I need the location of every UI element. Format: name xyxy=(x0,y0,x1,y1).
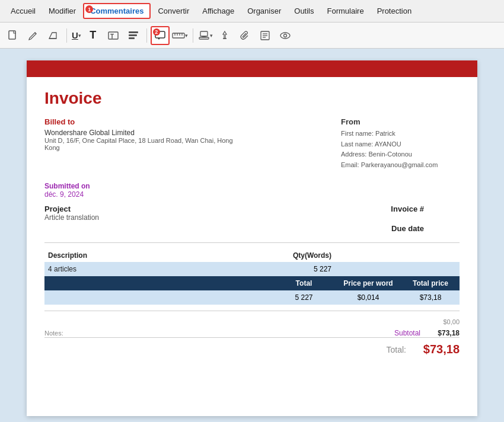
col-spacer2 xyxy=(401,249,460,262)
from-label: From xyxy=(341,117,460,126)
submitted-date: déc. 9, 2024 xyxy=(44,190,460,199)
svg-rect-16 xyxy=(202,36,206,37)
articles-empty1 xyxy=(335,262,401,276)
totals-total-price-label: Total price xyxy=(401,276,460,290)
toolbar-align-btn[interactable] xyxy=(124,26,143,45)
toolbar-attach-btn[interactable] xyxy=(235,26,254,45)
toolbar-eraser-btn[interactable] xyxy=(44,26,63,45)
subtotal-label: Subtotal xyxy=(394,329,420,337)
invoice-hash-label: Invoice # xyxy=(391,204,424,213)
svg-point-21 xyxy=(280,33,290,39)
invoice-body: Invoice Billed to Wondershare Global Lim… xyxy=(27,77,477,370)
document-area: Invoice Billed to Wondershare Global Lim… xyxy=(0,49,504,422)
toolbar-stamp-btn[interactable]: ▾ xyxy=(197,28,214,43)
total-value: $73,18 xyxy=(418,343,460,356)
toolbar-eye-btn[interactable] xyxy=(276,26,295,45)
articles-empty2 xyxy=(401,262,460,276)
project-label: Project xyxy=(44,204,99,213)
toolbar-file-btn[interactable] xyxy=(4,26,23,45)
total-label: Total: xyxy=(387,345,406,354)
submitted-section: Submitted on déc. 9, 2024 xyxy=(44,182,460,199)
menu-accueil[interactable]: Accueil xyxy=(5,4,42,18)
billed-to-label: Billed to xyxy=(44,117,246,126)
table-row-articles: 4 articles 5 227 xyxy=(44,262,460,276)
menu-organiser[interactable]: Organiser xyxy=(241,4,287,18)
table-divider-top xyxy=(44,242,460,243)
due-date-label: Due date xyxy=(391,224,424,233)
underline-dropdown-arrow: ▾ xyxy=(78,33,81,39)
total-row: Total: $73,18 xyxy=(44,337,460,359)
menu-bar: Accueil Modifier 1 Commentaires Converti… xyxy=(0,0,504,23)
zero-line: $0,00 xyxy=(44,317,460,327)
table-values-row: 5 227 $0,014 $73,18 xyxy=(44,290,460,305)
subtotal-section: Subtotal $73,18 xyxy=(394,329,460,337)
articles-qty: 5 227 xyxy=(273,262,335,276)
menu-protection[interactable]: Protection xyxy=(371,4,418,18)
menu-modifier[interactable]: Modifier xyxy=(43,4,82,18)
invoice-title: Invoice xyxy=(44,89,460,108)
toolbar-note-btn[interactable] xyxy=(256,26,275,45)
toolbar-sep-3 xyxy=(193,28,193,43)
invoice-top-section: Billed to Wondershare Global Limited Uni… xyxy=(44,117,460,170)
menu-convertir[interactable]: Convertir xyxy=(152,4,195,18)
menu-commentaires-label: Commentaires xyxy=(90,7,143,15)
toolbar-callout-btn[interactable]: 2 xyxy=(151,26,170,45)
billed-to-section: Billed to Wondershare Global Limited Uni… xyxy=(44,117,246,170)
svg-rect-9 xyxy=(173,33,184,38)
invoice-header-bar xyxy=(27,60,477,77)
document-page: Invoice Billed to Wondershare Global Lim… xyxy=(27,60,477,416)
menu-outils[interactable]: Outils xyxy=(288,4,320,18)
svg-rect-0 xyxy=(9,31,15,39)
from-firstname: First name: Patrick xyxy=(341,129,460,139)
svg-rect-7 xyxy=(129,37,135,39)
toolbar-textbox-btn[interactable]: T xyxy=(104,26,123,45)
from-address: Address: Benin-Cotonou xyxy=(341,149,460,160)
from-email: Email: Parkerayanou@gmail.com xyxy=(341,160,460,171)
from-lastname: Last name: AYANOU xyxy=(341,139,460,150)
notes-subtotal-row: Notes: Subtotal $73,18 xyxy=(44,329,460,337)
table-divider-bottom xyxy=(44,311,460,311)
svg-marker-1 xyxy=(49,33,56,39)
menu-commentaires[interactable]: 1 Commentaires xyxy=(83,3,151,19)
stamp-dropdown-arrow: ▾ xyxy=(210,33,213,39)
billed-to-address: Unit D, 16/F, One Capital Place, 18 Luar… xyxy=(44,137,246,151)
articles-desc: 4 articles xyxy=(44,262,273,276)
totals-total-label: Total xyxy=(273,276,335,290)
ruler-dropdown-arrow: ▾ xyxy=(185,33,188,39)
toolbar-ruler-btn[interactable]: ▾ xyxy=(171,28,189,43)
invoice-table: Description Qty(Words) 4 articles 5 227 xyxy=(44,249,460,305)
toolbar-callout-badge: 2 xyxy=(153,28,160,36)
toolbar-underline-btn[interactable]: U ▾ xyxy=(71,29,82,41)
toolbar-sep-2 xyxy=(146,28,147,43)
values-empty xyxy=(44,290,273,305)
svg-rect-6 xyxy=(129,34,137,36)
svg-rect-5 xyxy=(129,31,138,33)
svg-point-22 xyxy=(283,34,286,37)
totals-price-per-word-label: Price per word xyxy=(335,276,401,290)
project-section: Project Article translation xyxy=(44,204,99,222)
svg-text:T: T xyxy=(110,33,114,40)
svg-rect-14 xyxy=(200,31,208,36)
totals-empty xyxy=(44,276,273,290)
col-description-header: Description xyxy=(44,249,273,262)
invoice-hash-section: Invoice # xyxy=(391,204,424,222)
col-spacer1 xyxy=(335,249,401,262)
values-total-price: $73,18 xyxy=(401,290,460,305)
due-date-row: Due date xyxy=(44,224,460,233)
billed-to-name: Wondershare Global Limited xyxy=(44,129,246,137)
values-price-per-word: $0,014 xyxy=(335,290,401,305)
table-header-row: Description Qty(Words) xyxy=(44,249,460,262)
notes-label: Notes: xyxy=(44,330,63,337)
subtotal-value: $73,18 xyxy=(430,329,460,337)
toolbar-pencil-btn[interactable] xyxy=(24,26,43,45)
menu-formulaire[interactable]: Formulaire xyxy=(321,4,370,18)
toolbar-text-btn[interactable]: T xyxy=(84,26,103,45)
menu-affichage[interactable]: Affichage xyxy=(196,4,240,18)
table-totals-header-row: Total Price per word Total price xyxy=(44,276,460,290)
svg-rect-15 xyxy=(199,37,209,39)
zero-amount: $0,00 xyxy=(443,318,460,325)
from-section: From First name: Patrick Last name: AYAN… xyxy=(341,117,460,170)
col-qty-header: Qty(Words) xyxy=(273,249,335,262)
toolbar-pen-btn[interactable] xyxy=(215,26,234,45)
toolbar-sep-1 xyxy=(66,28,67,43)
